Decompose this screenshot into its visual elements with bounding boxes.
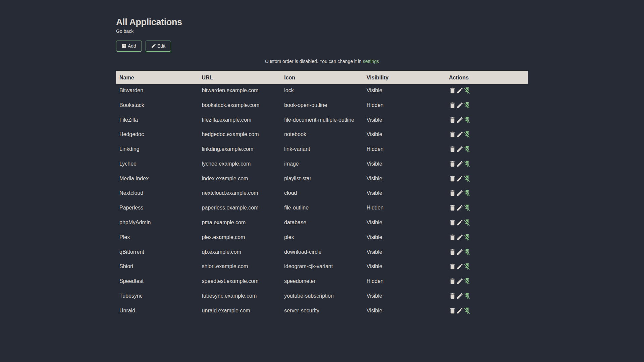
table-row: Speedtestspeedtest.example.comspeedomete… xyxy=(116,275,528,289)
table-row: Bookstackbookstack.example.combook-open-… xyxy=(116,99,528,113)
app-url-cell: hedgedoc.example.com xyxy=(199,128,281,143)
app-name-cell: FileZilla xyxy=(116,113,199,128)
pin-off-icon[interactable] xyxy=(464,145,471,153)
app-url-cell: nextcloud.example.com xyxy=(199,187,281,201)
app-url-cell: pma.example.com xyxy=(199,216,281,231)
table-row: Unraidunraid.example.comserver-securityV… xyxy=(116,304,528,319)
app-actions-cell xyxy=(445,201,528,216)
pencil-icon[interactable] xyxy=(456,219,464,226)
app-icon-cell: file-document-multiple-outline xyxy=(281,113,363,128)
pencil-icon[interactable] xyxy=(456,263,464,270)
delete-icon[interactable] xyxy=(449,175,456,182)
delete-icon[interactable] xyxy=(449,116,456,124)
app-visibility-cell: Hidden xyxy=(363,143,446,158)
pencil-icon[interactable] xyxy=(456,189,464,197)
app-visibility-cell: Visible xyxy=(363,231,446,245)
app-visibility-cell: Hidden xyxy=(363,201,446,216)
pin-off-icon[interactable] xyxy=(464,219,471,226)
app-actions-cell xyxy=(445,260,528,275)
app-actions-cell xyxy=(445,157,528,172)
delete-icon[interactable] xyxy=(449,292,456,300)
app-actions-cell xyxy=(445,128,528,143)
delete-icon[interactable] xyxy=(449,160,456,168)
pencil-icon[interactable] xyxy=(456,87,464,94)
app-actions-cell xyxy=(445,231,528,245)
delete-icon[interactable] xyxy=(449,204,456,212)
column-header-visibility: Visibility xyxy=(363,71,446,84)
delete-icon[interactable] xyxy=(449,87,456,94)
pin-off-icon[interactable] xyxy=(464,175,471,182)
add-button-label: Add xyxy=(128,43,136,49)
pencil-icon[interactable] xyxy=(456,234,464,241)
pin-off-icon[interactable] xyxy=(464,102,471,109)
settings-link[interactable]: settings xyxy=(363,59,379,64)
pencil-icon[interactable] xyxy=(456,292,464,300)
edit-button[interactable]: Edit xyxy=(146,41,171,52)
pencil-icon[interactable] xyxy=(456,131,464,138)
app-name-cell: Plex xyxy=(116,231,199,245)
pin-off-icon[interactable] xyxy=(464,292,471,300)
delete-icon[interactable] xyxy=(449,145,456,153)
delete-icon[interactable] xyxy=(449,189,456,197)
pencil-icon[interactable] xyxy=(456,102,464,109)
app-visibility-cell: Visible xyxy=(363,289,446,304)
toolbar: Add Edit xyxy=(116,41,528,52)
pin-off-icon[interactable] xyxy=(464,307,471,314)
pencil-icon[interactable] xyxy=(456,175,464,182)
delete-icon[interactable] xyxy=(449,131,456,138)
app-icon-cell: speedometer xyxy=(281,275,363,289)
custom-order-notice: Custom order is disabled. You can change… xyxy=(116,59,528,64)
pin-off-icon[interactable] xyxy=(464,278,471,285)
pencil-icon[interactable] xyxy=(456,145,464,153)
pencil-icon xyxy=(151,43,156,49)
delete-icon[interactable] xyxy=(449,102,456,109)
pencil-icon[interactable] xyxy=(456,248,464,256)
pencil-icon[interactable] xyxy=(456,307,464,314)
app-icon-cell: link-variant xyxy=(281,143,363,158)
pencil-icon[interactable] xyxy=(456,160,464,168)
app-url-cell: filezilla.example.com xyxy=(199,113,281,128)
all-applications-page: All Applications Go back Add Edit Custom… xyxy=(116,0,528,319)
pencil-icon[interactable] xyxy=(456,116,464,124)
table-row: qBittorrentqb.example.comdownload-circle… xyxy=(116,245,528,260)
app-icon-cell: database xyxy=(281,216,363,231)
app-visibility-cell: Visible xyxy=(363,187,446,201)
app-name-cell: Speedtest xyxy=(116,275,199,289)
table-row: Linkdinglinkding.example.comlink-variant… xyxy=(116,143,528,158)
app-actions-cell xyxy=(445,187,528,201)
app-visibility-cell: Hidden xyxy=(363,99,446,113)
go-back-link[interactable]: Go back xyxy=(116,28,133,34)
pin-off-icon[interactable] xyxy=(464,87,471,94)
app-icon-cell: image xyxy=(281,157,363,172)
delete-icon[interactable] xyxy=(449,248,456,256)
app-name-cell: Paperless xyxy=(116,201,199,216)
app-actions-cell xyxy=(445,99,528,113)
delete-icon[interactable] xyxy=(449,263,456,270)
pencil-icon[interactable] xyxy=(456,278,464,285)
app-icon-cell: book-open-outline xyxy=(281,99,363,113)
table-header: Name URL Icon Visibility Actions xyxy=(116,71,528,84)
delete-icon[interactable] xyxy=(449,234,456,241)
pin-off-icon[interactable] xyxy=(464,160,471,168)
app-url-cell: linkding.example.com xyxy=(199,143,281,158)
table-row: Lycheelychee.example.comimageVisible xyxy=(116,157,528,172)
app-visibility-cell: Hidden xyxy=(363,275,446,289)
pin-off-icon[interactable] xyxy=(464,204,471,212)
app-icon-cell: server-security xyxy=(281,304,363,319)
app-icon-cell: ideogram-cjk-variant xyxy=(281,260,363,275)
pin-off-icon[interactable] xyxy=(464,116,471,124)
table-row: Bitwardenbitwarden.example.comlockVisibl… xyxy=(116,84,528,99)
app-visibility-cell: Visible xyxy=(363,260,446,275)
pin-off-icon[interactable] xyxy=(464,131,471,138)
app-url-cell: index.example.com xyxy=(199,172,281,187)
pin-off-icon[interactable] xyxy=(464,263,471,270)
delete-icon[interactable] xyxy=(449,219,456,226)
pencil-icon[interactable] xyxy=(456,204,464,212)
table-row: FileZillafilezilla.example.comfile-docum… xyxy=(116,113,528,128)
pin-off-icon[interactable] xyxy=(464,248,471,256)
delete-icon[interactable] xyxy=(449,278,456,285)
pin-off-icon[interactable] xyxy=(464,189,471,197)
delete-icon[interactable] xyxy=(449,307,456,314)
pin-off-icon[interactable] xyxy=(464,234,471,241)
add-button[interactable]: Add xyxy=(116,41,142,52)
